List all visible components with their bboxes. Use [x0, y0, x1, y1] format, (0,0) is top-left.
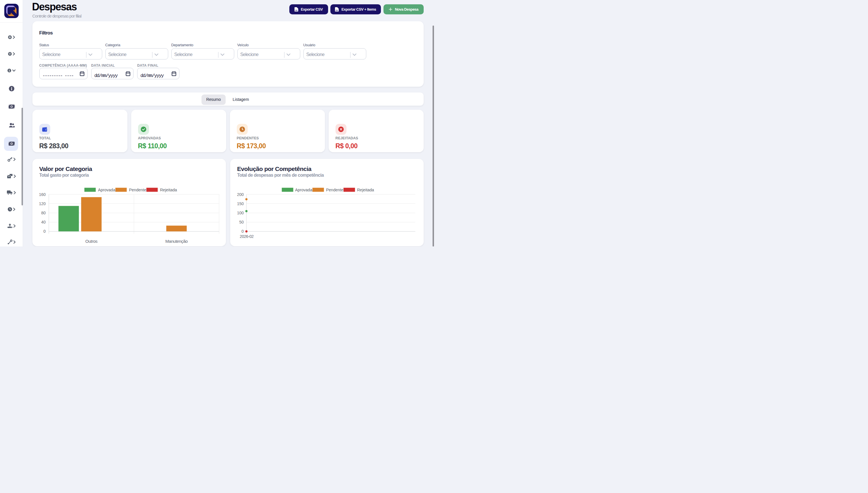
- svg-text:Aprovada: Aprovada: [98, 188, 115, 192]
- svg-text:120: 120: [39, 201, 46, 206]
- svg-text:80: 80: [41, 211, 46, 215]
- svg-text:Pendente: Pendente: [326, 188, 343, 192]
- svg-text:0: 0: [43, 229, 46, 234]
- svg-text:Outros: Outros: [85, 238, 97, 243]
- svg-text:2026-02: 2026-02: [240, 234, 254, 239]
- svg-text:Rejeitada: Rejeitada: [357, 188, 374, 192]
- svg-text:100: 100: [237, 211, 244, 215]
- svg-text:40: 40: [41, 220, 46, 224]
- svg-text:Aprovada: Aprovada: [295, 188, 312, 192]
- svg-text:Pendente: Pendente: [129, 188, 146, 192]
- svg-text:200: 200: [237, 192, 244, 196]
- svg-text:CSV: CSV: [336, 9, 338, 11]
- svg-text:160: 160: [39, 192, 46, 196]
- svg-text:150: 150: [237, 201, 244, 206]
- svg-text:50: 50: [239, 220, 244, 224]
- svg-text:Rejeitada: Rejeitada: [160, 188, 177, 192]
- svg-text:0: 0: [242, 229, 244, 234]
- svg-text:CSV: CSV: [295, 9, 298, 11]
- svg-text:Manutenção: Manutenção: [165, 238, 188, 243]
